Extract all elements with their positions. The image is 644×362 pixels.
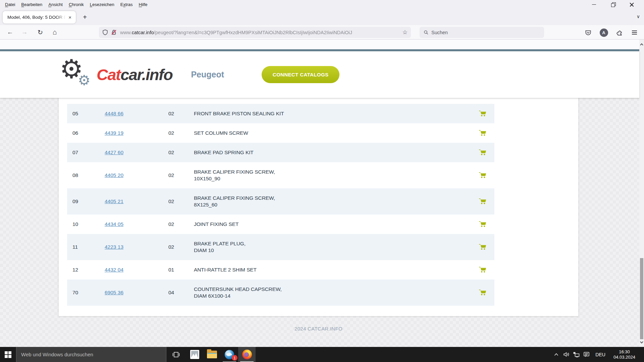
home-icon[interactable]: ⌂ (50, 27, 60, 37)
table-row: 11 4223 13 02 BRAKE PLATE PLUG, DIAM 10 (67, 234, 494, 260)
reload-icon[interactable]: ↻ (35, 27, 45, 37)
time: 16:30 (613, 349, 635, 355)
position-number: 06 (72, 130, 105, 136)
language-indicator[interactable]: DEU (592, 352, 609, 357)
address-bar[interactable]: www.catcar.info/peugeot/?lang=en&l=c3Q9P… (99, 27, 411, 38)
start-button[interactable] (0, 347, 16, 362)
add-to-cart-icon[interactable] (471, 148, 494, 157)
scroll-down-icon[interactable] (639, 340, 644, 345)
notification-badge: 1 (232, 355, 237, 361)
menu-item[interactable]: Hilfe (136, 0, 151, 9)
quantity: 02 (168, 130, 194, 136)
menu-item[interactable]: Ansicht (45, 0, 66, 9)
site-footer: 2024 CATCAR.INFO (59, 326, 578, 331)
add-to-cart-icon[interactable] (471, 243, 494, 252)
part-number-link[interactable]: 4434 05 (105, 221, 168, 227)
new-tab-button[interactable]: + (80, 13, 89, 21)
browser-viewport: ⚙ ⚙ Catcar.info Peugeot CONNECT CATALOGS… (0, 40, 644, 347)
position-number: 70 (72, 290, 105, 296)
add-to-cart-icon[interactable] (471, 109, 494, 118)
quantity: 02 (168, 149, 194, 156)
part-description: SET COLUMN SCREW (194, 123, 471, 143)
part-number-link[interactable]: 4427 60 (105, 149, 168, 156)
menu-item[interactable]: Lesezeichen (87, 0, 117, 9)
taskbar-file-explorer-icon[interactable] (203, 347, 221, 362)
parts-table: 05 4448 66 02 FRONT BRAKE PISTON SEALING… (67, 104, 494, 306)
part-description: BRAKE CALIPER FIXING SCREW, 10X150_90 (194, 162, 471, 188)
add-to-cart-icon[interactable] (471, 129, 494, 138)
part-description: JOINT FIXING SET (194, 215, 471, 234)
position-number: 05 (72, 111, 105, 117)
forward-icon[interactable]: → (19, 27, 30, 37)
browser-tab[interactable]: Model, 406, Body: 5 DOOR ESTATE / × (3, 11, 76, 23)
search-icon (424, 30, 428, 35)
add-to-cart-icon[interactable] (471, 171, 494, 180)
taskbar-search[interactable] (16, 347, 166, 362)
task-view-icon[interactable] (166, 347, 186, 362)
add-to-cart-icon[interactable] (471, 220, 494, 229)
connect-catalogs-button[interactable]: CONNECT CATALOGS (262, 66, 339, 83)
part-number-link[interactable]: 4405 20 (105, 172, 168, 178)
shield-icon[interactable] (102, 29, 108, 35)
action-center-icon[interactable] (582, 347, 591, 362)
logo-text: Catcar.info (97, 65, 172, 84)
menu-item[interactable]: Chronik (66, 0, 87, 9)
close-icon[interactable] (627, 1, 637, 8)
list-tabs-icon[interactable]: ∨ (637, 14, 640, 19)
part-number-link[interactable]: 6905 36 (105, 290, 168, 296)
part-description: BRAKE PAD SPRING KIT (194, 143, 471, 162)
menu-item[interactable]: Bearbeiten (18, 0, 45, 9)
taskbar-firefox-icon[interactable] (238, 347, 256, 362)
part-number-link[interactable]: 4223 13 (105, 244, 168, 250)
scrollbar[interactable] (639, 40, 644, 347)
position-number: 07 (72, 149, 105, 156)
part-description: BRAKE CALIPER FIXING SCREW, 8X125_60 (194, 188, 471, 215)
taskbar: 1 DEU 16:30 04.03.2024 (0, 347, 644, 362)
menu-hamburger-icon[interactable] (629, 28, 639, 37)
tab-title: Model, 406, Body: 5 DOOR ESTATE / (7, 15, 67, 20)
part-description: ANTI-RATTLE 2 SHIM SET (194, 260, 471, 280)
clock[interactable]: 16:30 04.03.2024 (610, 349, 639, 360)
browser-search-bar[interactable] (420, 27, 544, 38)
brand-name: Peugeot (191, 70, 224, 79)
quantity: 02 (168, 221, 194, 227)
page-body: 05 4448 66 02 FRONT BRAKE PISTON SEALING… (0, 98, 639, 347)
tray-chevron-up-icon[interactable] (552, 347, 560, 362)
tab-close-icon[interactable]: × (67, 14, 73, 21)
tab-bar: Model, 406, Body: 5 DOOR ESTATE / × + ∨ (0, 9, 644, 25)
site-logo[interactable]: ⚙ ⚙ Catcar.info (60, 57, 172, 92)
back-icon[interactable]: ← (5, 27, 15, 37)
quantity: 01 (168, 267, 194, 273)
url-text: www.catcar.info/peugeot/?lang=en&l=c3Q9P… (120, 30, 400, 35)
menu-item[interactable]: Datei (2, 0, 18, 9)
position-number: 09 (72, 198, 105, 204)
account-icon[interactable]: A (599, 28, 609, 37)
lock-insecure-icon[interactable] (111, 29, 117, 35)
browser-search-input[interactable] (431, 30, 540, 35)
part-number-link[interactable]: 4432 04 (105, 267, 168, 273)
add-to-cart-icon[interactable] (471, 197, 494, 206)
quantity: 02 (168, 198, 194, 204)
taskbar-thunderbird-icon[interactable]: 1 (221, 347, 238, 362)
quantity: 02 (168, 172, 194, 178)
pocket-icon[interactable] (583, 28, 593, 37)
date: 04.03.2024 (613, 355, 635, 360)
extensions-puzzle-icon[interactable] (614, 28, 625, 37)
part-description: BRAKE PLATE PLUG, DIAM 10 (194, 234, 471, 260)
add-to-cart-icon[interactable] (471, 265, 494, 275)
menu-item[interactable]: Extras (117, 0, 136, 9)
part-number-link[interactable]: 4439 19 (105, 130, 168, 136)
scroll-up-icon[interactable] (639, 42, 644, 47)
taskbar-photos-icon[interactable] (186, 347, 203, 362)
taskbar-search-input[interactable] (21, 352, 166, 357)
part-number-link[interactable]: 4448 66 (105, 111, 168, 117)
bookmark-star-icon[interactable]: ☆ (402, 29, 408, 36)
part-number-link[interactable]: 4405 21 (105, 198, 168, 204)
add-to-cart-icon[interactable] (471, 288, 494, 297)
minimize-icon[interactable] (589, 1, 599, 8)
restore-icon[interactable] (608, 1, 618, 8)
network-icon[interactable] (572, 347, 581, 362)
scrollbar-thumb[interactable] (640, 258, 643, 339)
volume-icon[interactable] (562, 347, 571, 362)
quantity: 04 (168, 290, 194, 296)
